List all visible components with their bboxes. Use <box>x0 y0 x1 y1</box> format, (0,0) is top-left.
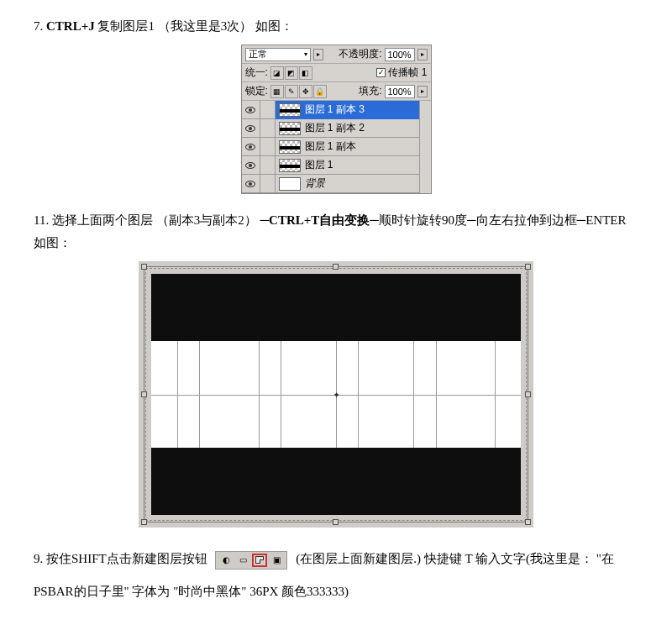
layer-thumbnail <box>279 103 301 117</box>
layer-scrollbar[interactable] <box>419 101 431 193</box>
layers-panel-row-blend: 正常 ▾ ▸ 不透明度: 100% ▸ <box>242 45 431 64</box>
fill-menu-button[interactable]: ▸ <box>417 86 428 97</box>
step-7-text: 7. CTRL+J 复制图层1 （我这里是3次） 如图： <box>34 15 638 38</box>
opacity-input[interactable]: 100% <box>385 48 415 61</box>
transform-center-icon: ✦ <box>333 389 340 400</box>
folder-icon[interactable]: ▣ <box>269 554 284 567</box>
layers-panel: 正常 ▾ ▸ 不透明度: 100% ▸ 统一: ◪ ◩ ◧ ✓ 传播帧 1 锁定… <box>241 45 432 194</box>
chevron-down-icon: ▾ <box>304 50 307 58</box>
step-7-num: 7. <box>34 19 43 33</box>
opacity-menu-button[interactable]: ▸ <box>417 49 428 60</box>
step-7-shortcut: CTRL+J <box>46 19 95 33</box>
layer-name: 背景 <box>305 176 325 191</box>
step-9-text: 9. 按住SHIFT点击新建图层按钮 ◐ ▭ ▣ (在图层上面新建图层.) 快捷… <box>34 543 638 608</box>
unify-icon-2[interactable]: ◩ <box>285 66 298 80</box>
layers-panel-row-lock: 锁定: ▦ ✎ ✥ 🔒 填充: 100% ▸ <box>242 82 431 101</box>
blend-mode-value: 正常 <box>249 48 267 60</box>
black-band-top <box>151 274 521 341</box>
lock-paint-icon[interactable]: ✎ <box>285 85 298 98</box>
step-11-bold: CTRL+T自由变换 <box>269 213 370 227</box>
layer-thumbnail <box>279 140 301 154</box>
step-9-num: 9. <box>34 552 43 565</box>
layer-footer-toolbar: ◐ ▭ ▣ <box>215 551 287 570</box>
layer-link-cell[interactable] <box>260 101 276 119</box>
transform-handle-tl[interactable] <box>141 264 147 270</box>
step-11-part1: 选择上面两个图层 （副本3与副本2） ─ <box>52 213 269 227</box>
step-7-body: 复制图层1 （我这里是3次） 如图： <box>97 19 293 33</box>
check-icon: ✓ <box>378 69 385 76</box>
step-11-text: 11. 选择上面两个图层 （副本3与副本2） ─CTRL+T自由变换─顺时针旋转… <box>34 209 638 255</box>
unify-icon-1[interactable]: ◪ <box>270 66 284 80</box>
new-layer-button[interactable] <box>252 554 267 567</box>
layer-thumbnail <box>279 159 301 172</box>
step-9-part1: 按住SHIFT点击新建图层按钮 <box>46 552 207 565</box>
layer-link-cell[interactable] <box>260 138 276 156</box>
transform-handle-bc[interactable] <box>333 519 339 525</box>
layer-visibility-toggle[interactable] <box>242 138 260 156</box>
layer-visibility-toggle[interactable] <box>242 175 260 193</box>
step-11-num: 11. <box>34 213 49 227</box>
layer-visibility-toggle[interactable] <box>242 101 260 119</box>
opacity-label: 不透明度: <box>339 47 381 61</box>
unify-label: 统一: <box>245 66 268 80</box>
layers-panel-row-unify: 统一: ◪ ◩ ◧ ✓ 传播帧 1 <box>242 64 431 82</box>
layer-name: 图层 1 副本 <box>305 139 356 154</box>
new-layer-icon <box>255 556 264 564</box>
mask-icon[interactable]: ▭ <box>235 554 250 567</box>
transform-handle-tr[interactable] <box>525 264 531 270</box>
transform-handle-tc[interactable] <box>333 264 339 270</box>
layer-body-selected[interactable]: 图层 1 副本 3 <box>276 101 419 119</box>
layer-link-cell[interactable] <box>260 175 276 193</box>
layer-visibility-toggle[interactable] <box>242 119 260 138</box>
lock-transparency-icon[interactable]: ▦ <box>270 85 284 98</box>
layer-link-cell[interactable] <box>260 119 276 138</box>
unify-icon-3[interactable]: ◧ <box>299 66 312 80</box>
lock-icons: ▦ ✎ ✥ 🔒 <box>270 85 327 98</box>
layer-name: 图层 1 <box>305 158 333 172</box>
layer-thumbnail <box>279 122 301 135</box>
lock-move-icon[interactable]: ✥ <box>299 85 312 98</box>
transform-handle-bl[interactable] <box>141 519 147 525</box>
layer-row[interactable]: 背景 <box>242 175 419 193</box>
adjustment-layer-icon[interactable]: ◐ <box>218 554 234 567</box>
layer-list: 图层 1 副本 3 图层 1 副本 2 图层 1 副本 <box>242 101 419 193</box>
black-band-bottom <box>151 448 521 515</box>
unify-icons: ◪ ◩ ◧ <box>270 66 312 80</box>
lock-label: 锁定: <box>245 84 268 98</box>
fill-label: 填充: <box>359 84 381 98</box>
layer-row[interactable]: 图层 1 副本 <box>242 138 419 156</box>
layer-visibility-toggle[interactable] <box>242 156 260 175</box>
layer-name: 图层 1 副本 3 <box>305 102 365 117</box>
eye-icon <box>245 107 255 113</box>
layer-name: 图层 1 副本 2 <box>305 121 365 135</box>
layer-body[interactable]: 图层 1 副本 2 <box>276 119 419 138</box>
eye-icon <box>245 125 255 132</box>
eye-icon <box>245 144 255 150</box>
propagate-label: 传播帧 1 <box>388 66 427 80</box>
eye-icon <box>245 181 255 187</box>
transform-handle-br[interactable] <box>525 519 531 525</box>
layer-row[interactable]: 图层 1 副本 3 <box>242 101 419 119</box>
transform-handle-mr[interactable] <box>525 391 531 397</box>
eye-icon <box>245 162 255 169</box>
blend-mode-menu-button[interactable]: ▸ <box>313 49 323 60</box>
lock-all-icon[interactable]: 🔒 <box>313 85 327 98</box>
layer-row[interactable]: 图层 1 副本 2 <box>242 119 419 138</box>
fill-input[interactable]: 100% <box>385 85 415 98</box>
transform-handle-ml[interactable] <box>141 391 147 397</box>
layer-link-cell[interactable] <box>260 156 276 175</box>
propagate-checkbox[interactable]: ✓ <box>376 68 386 77</box>
layer-body[interactable]: 图层 1 <box>276 156 419 175</box>
blend-mode-dropdown[interactable]: 正常 ▾ <box>245 48 311 61</box>
layer-body[interactable]: 背景 <box>276 175 419 193</box>
layer-thumbnail <box>279 177 301 191</box>
canvas-container: ✦ <box>139 261 533 528</box>
layer-body[interactable]: 图层 1 副本 <box>276 138 419 156</box>
transform-bounding-box[interactable]: ✦ <box>144 266 528 522</box>
layer-row[interactable]: 图层 1 <box>242 156 419 175</box>
